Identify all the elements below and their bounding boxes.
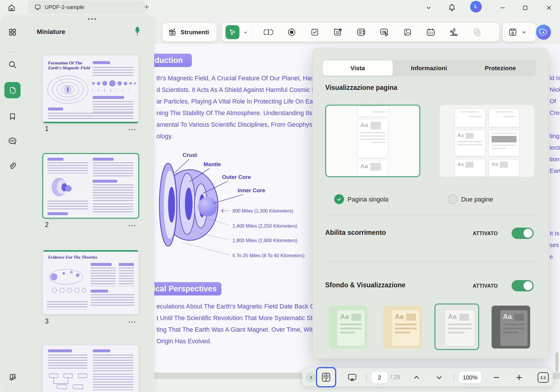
comment-icon — [8, 136, 17, 146]
date-button[interactable] — [423, 24, 439, 40]
doc-paragraph-line: d Scientists. It Acts As A Shield Agains… — [157, 86, 334, 94]
document-tab[interactable]: UPDF-2-sample — [28, 1, 145, 14]
two-pages-preview-card[interactable]: Aa Aa Aa — [439, 105, 534, 177]
signature-button[interactable] — [446, 24, 462, 40]
sidebar-item-search[interactable] — [4, 57, 21, 73]
ok-button-tool[interactable]: OK — [376, 24, 392, 40]
doc-paragraph-line: ar Particles, Playing A Vital Role In Pr… — [157, 98, 333, 105]
background-state: ATTIVATO — [473, 283, 498, 289]
read-progress-bar — [43, 122, 139, 123]
previous-page-button[interactable] — [410, 372, 423, 383]
notifications-button[interactable] — [446, 2, 458, 14]
checkbox-icon — [310, 28, 319, 37]
single-page-radio[interactable] — [334, 194, 344, 204]
tab-informazioni[interactable]: Informazioni — [394, 60, 464, 76]
preview-aa-text: Aa — [395, 313, 404, 320]
svg-text:Mantle: Mantle — [203, 161, 221, 167]
bottombar-divider — [366, 373, 367, 382]
doc-paragraph-line: ning The Stability Of The Atmosphere. Un… — [157, 110, 339, 117]
pin-button[interactable] — [132, 25, 143, 38]
scroll-label: Abilita scorrimento — [325, 229, 386, 237]
scroll-toggle[interactable] — [512, 228, 534, 239]
panel-drag-handle-icon[interactable] — [88, 18, 96, 20]
edit-text-button[interactable] — [260, 24, 277, 40]
avatar[interactable]: L — [470, 1, 482, 12]
actual-size-button[interactable]: 1:1 — [538, 372, 549, 383]
mini-page: Aa — [358, 161, 388, 177]
next-page-button[interactable] — [433, 372, 446, 383]
close-button[interactable] — [543, 1, 555, 14]
tab-protezione[interactable]: Protezione — [465, 60, 535, 76]
thumb-chip — [48, 158, 63, 161]
monitor-icon — [34, 4, 41, 11]
save-icon[interactable] — [508, 28, 517, 37]
theme-swatch-light[interactable]: Aa — [434, 304, 479, 350]
sidebar-item-attachments[interactable] — [4, 159, 21, 175]
sidebar-item-grid[interactable] — [4, 24, 21, 40]
copy-pages-button[interactable] — [469, 24, 485, 40]
presentation-button[interactable] — [346, 372, 359, 383]
bell-icon — [448, 4, 456, 12]
theme-swatch-sepia[interactable]: Aa — [383, 306, 422, 349]
ai-assistant-button[interactable] — [536, 25, 551, 40]
zoom-out-button[interactable] — [490, 372, 503, 383]
document-tab-title: UPDF-2-sample — [45, 4, 84, 10]
page-view-settings-button[interactable] — [316, 367, 336, 387]
two-pages-radio[interactable] — [448, 194, 458, 204]
thumbnail-page-2[interactable] — [43, 154, 139, 218]
note-button[interactable] — [330, 24, 346, 40]
flowchart-sketch — [48, 372, 89, 392]
thumbnail-page-3[interactable]: Evidence For The Theories — [43, 250, 139, 314]
thumbnail-menu-icon[interactable] — [128, 223, 136, 228]
minimize-button[interactable] — [496, 1, 509, 14]
select-tool-dropdown[interactable] — [242, 29, 249, 36]
updf-app-window: duction th's Magnetic Field, A Crucial F… — [0, 0, 560, 392]
signature-icon — [449, 27, 459, 37]
doc-edge-fragment: ses — [550, 242, 559, 248]
thumb-text-lines — [48, 113, 134, 120]
thumb-text-lines — [47, 301, 88, 309]
home-button[interactable] — [5, 1, 18, 14]
appearance-button[interactable] — [4, 369, 21, 385]
thumb-text-lines — [93, 101, 133, 113]
book-view-icon — [321, 372, 331, 382]
tools-button[interactable]: Strumenti — [163, 23, 217, 41]
thumbnail-menu-icon[interactable] — [128, 127, 136, 133]
form-field-button[interactable] — [353, 24, 369, 40]
checkbox-button[interactable] — [307, 24, 323, 40]
record-button[interactable] — [283, 24, 300, 40]
sidebar-item-thumbnails[interactable] — [4, 82, 21, 98]
sidebar-item-bookmarks[interactable] — [4, 108, 21, 124]
page-number-input[interactable]: 2 — [371, 372, 388, 383]
background-toggle[interactable] — [512, 280, 534, 291]
toggle-knob — [523, 281, 532, 290]
thumbnail-page-1[interactable]: Formation Of The Earth's Magnetic Field — [43, 55, 139, 123]
vertical-scrollbar[interactable] — [555, 352, 559, 372]
sidebar-item-comments[interactable] — [4, 133, 21, 149]
mini-page: Aa — [489, 159, 519, 176]
maximize-button[interactable] — [519, 1, 532, 14]
cursor-icon — [229, 28, 236, 36]
new-tab-button[interactable] — [141, 2, 152, 12]
image-button[interactable] — [399, 24, 416, 40]
zoom-level-input[interactable]: 100% — [459, 372, 481, 383]
doc-paragraph-line: Origin Has Evolved. — [157, 338, 212, 345]
mini-page — [489, 109, 519, 127]
thumbnail-page-4[interactable] — [43, 345, 139, 392]
save-dropdown-chevron[interactable] — [521, 30, 527, 35]
thumbnail-menu-icon[interactable] — [128, 319, 136, 325]
mini-page: Aa — [358, 119, 388, 158]
collapse-toolbar-button[interactable] — [423, 2, 434, 13]
chevron-right-icon — [309, 375, 313, 380]
tab-vista[interactable]: Vista — [323, 60, 393, 76]
theme-swatch-dark[interactable]: Aa — [492, 306, 530, 349]
pin-icon — [133, 26, 142, 37]
expand-button[interactable] — [306, 372, 316, 383]
single-page-preview-card[interactable]: Aa Aa — [325, 105, 420, 177]
minimize-icon — [499, 5, 506, 11]
preview-aa-text: Aa — [457, 162, 464, 168]
select-tool-button[interactable] — [226, 25, 239, 39]
theme-swatch-green[interactable]: Aa — [329, 306, 367, 349]
section-page-view-title: Visualizzazione pagina — [325, 84, 397, 92]
zoom-in-button[interactable] — [513, 372, 526, 383]
